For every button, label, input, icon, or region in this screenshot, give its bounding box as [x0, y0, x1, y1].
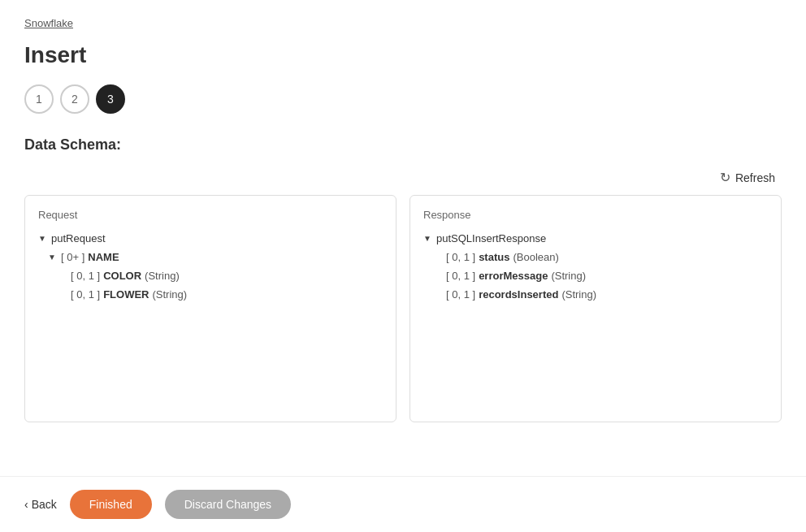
status-field: status	[479, 251, 509, 263]
back-label: Back	[32, 498, 57, 511]
breadcrumb[interactable]: Snowflake	[24, 17, 73, 29]
request-name-row: ▼ [ 0+ ] NAME	[48, 251, 383, 263]
response-recordsinserted-node: [ 0, 1 ] recordsInserted (String)	[433, 288, 768, 301]
recordsinserted-type: (String)	[561, 288, 596, 301]
response-recordsinserted-row: [ 0, 1 ] recordsInserted (String)	[433, 288, 768, 301]
step-2[interactable]: 2	[60, 84, 89, 114]
request-root-label: putRequest	[51, 232, 106, 244]
stepper: 1 2 3	[24, 84, 782, 114]
request-flower-node: [ 0, 1 ] FLOWER (String)	[58, 288, 383, 301]
data-schema-title: Data Schema:	[24, 136, 782, 154]
request-panel-label: Request	[38, 209, 383, 221]
flower-field: FLOWER	[103, 288, 149, 301]
errormessage-range: [ 0, 1 ]	[446, 270, 475, 282]
chevron-icon[interactable]: ▼	[423, 234, 433, 243]
back-button[interactable]: ‹ Back	[24, 498, 57, 511]
page-title: Insert	[24, 42, 782, 68]
refresh-button[interactable]: ↻ Refresh	[713, 167, 782, 188]
finished-button[interactable]: Finished	[70, 490, 152, 519]
discard-changes-button[interactable]: Discard Changes	[165, 490, 291, 519]
schema-toolbar: ↻ Refresh	[24, 167, 782, 188]
step-3[interactable]: 3	[96, 84, 125, 114]
response-tree-root: ▼ putSQLInsertResponse	[423, 232, 768, 244]
response-status-node: [ 0, 1 ] status (Boolean)	[433, 251, 768, 263]
chevron-icon[interactable]: ▼	[38, 234, 48, 243]
status-range: [ 0, 1 ]	[446, 251, 475, 263]
errormessage-field: errorMessage	[479, 270, 548, 282]
request-color-row: [ 0, 1 ] COLOR (String)	[58, 270, 383, 282]
name-field: NAME	[88, 251, 119, 263]
refresh-label: Refresh	[735, 171, 775, 184]
request-name-node: ▼ [ 0+ ] NAME [ 0, 1 ] COLOR (String)	[48, 251, 383, 301]
response-panel-label: Response	[423, 209, 768, 221]
back-arrow-icon: ‹	[24, 498, 28, 511]
response-status-row: [ 0, 1 ] status (Boolean)	[433, 251, 768, 263]
recordsinserted-range: [ 0, 1 ]	[446, 288, 475, 301]
color-type: (String)	[145, 270, 180, 282]
name-range: [ 0+ ]	[61, 251, 84, 263]
recordsinserted-field: recordsInserted	[479, 288, 558, 301]
refresh-icon: ↻	[720, 170, 730, 185]
response-root-label: putSQLInsertResponse	[436, 232, 546, 244]
color-field: COLOR	[103, 270, 141, 282]
request-flower-row: [ 0, 1 ] FLOWER (String)	[58, 288, 383, 301]
errormessage-type: (String)	[551, 270, 586, 282]
response-errormessage-row: [ 0, 1 ] errorMessage (String)	[433, 270, 768, 282]
response-panel: Response ▼ putSQLInsertResponse [ 0, 1 ]…	[410, 195, 782, 422]
flower-range: [ 0, 1 ]	[71, 288, 100, 301]
footer: ‹ Back Finished Discard Changes	[0, 476, 806, 532]
step-1[interactable]: 1	[24, 84, 54, 114]
request-color-node: [ 0, 1 ] COLOR (String)	[58, 270, 383, 282]
request-panel: Request ▼ putRequest ▼ [ 0+ ] NAME [ 0, …	[24, 195, 396, 422]
schema-panels: Request ▼ putRequest ▼ [ 0+ ] NAME [ 0, …	[24, 195, 782, 422]
chevron-icon[interactable]: ▼	[48, 253, 58, 262]
status-type: (Boolean)	[513, 251, 558, 263]
color-range: [ 0, 1 ]	[71, 270, 100, 282]
flower-type: (String)	[152, 288, 187, 301]
page: Snowflake Insert 1 2 3 Data Schema: ↻ Re…	[0, 0, 806, 532]
request-tree-root: ▼ putRequest	[38, 232, 383, 244]
response-errormessage-node: [ 0, 1 ] errorMessage (String)	[433, 270, 768, 282]
